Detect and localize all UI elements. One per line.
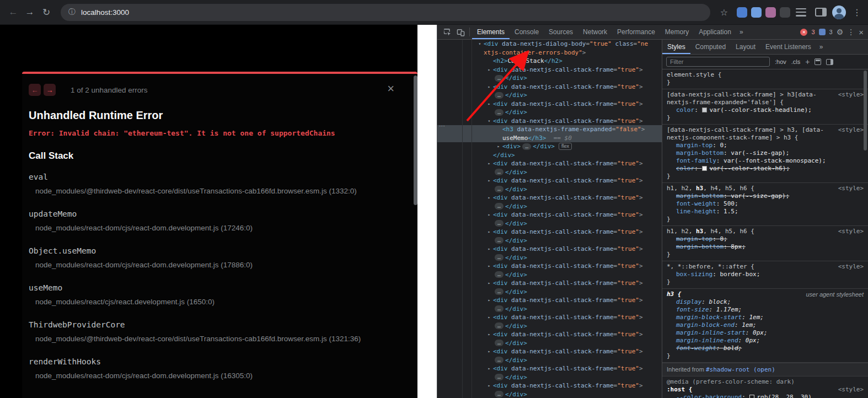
css-declaration[interactable]: margin-bottom: var(--size-gap); [667, 149, 864, 157]
devtools-tab-sources[interactable]: Sources [544, 25, 578, 39]
sidebar-tab-styles[interactable]: Styles [662, 40, 690, 54]
css-declaration[interactable]: box-sizing: border-box; [667, 271, 864, 278]
reload-icon[interactable]: ↻ [39, 4, 54, 20]
rule-origin-link[interactable]: <style> [838, 126, 864, 134]
css-declaration[interactable]: margin-block-start: 1em; [667, 314, 864, 321]
device-toolbar-icon[interactable] [454, 28, 467, 36]
css-declaration[interactable]: font-weight: 500; [667, 200, 864, 208]
rule-origin-link[interactable]: <style> [838, 386, 864, 394]
dialog-scrollbar[interactable] [414, 76, 417, 205]
node-options-icon[interactable]: ⋯ [439, 122, 445, 130]
rule-origin-link[interactable]: <style> [838, 228, 864, 235]
rule-origin-link[interactable]: <style> [838, 91, 864, 99]
color-scheme-icon[interactable] [815, 58, 821, 65]
css-declaration[interactable]: margin-inline-end: 0px; [667, 337, 864, 345]
css-declaration[interactable]: margin-top: 0; [667, 142, 864, 149]
rule-selector[interactable]: nextjs-frame-expanded='false'] { [667, 99, 864, 106]
issue-count[interactable]: 3 [829, 29, 833, 35]
new-style-rule-icon[interactable]: + [805, 57, 810, 66]
list-extension-icon[interactable] [796, 8, 806, 17]
css-declaration[interactable]: --color-background: rgb(28, 28, 30) [667, 394, 864, 398]
rule-close-brace: } [667, 278, 864, 286]
extension-icon[interactable] [780, 7, 790, 18]
css-declaration[interactable]: margin-block-end: 1em; [667, 321, 864, 329]
sidebar-more-tabs-icon[interactable]: » [816, 43, 827, 51]
settings-gear-icon[interactable]: ⚙ [837, 28, 844, 36]
inspect-element-icon[interactable] [441, 28, 454, 36]
more-tabs-icon[interactable]: » [736, 28, 747, 36]
sidebar-tab-event-listeners[interactable]: Event Listeners [760, 40, 816, 54]
css-rule: element.style {} [662, 69, 868, 89]
devtools-menu-icon[interactable]: ⋮ [847, 28, 855, 36]
devtools-tab-memory[interactable]: Memory [660, 25, 694, 39]
rule-origin-link[interactable]: <style> [838, 263, 864, 271]
css-declaration[interactable]: color: var(--color-stack-h6); [667, 165, 864, 173]
close-overlay-icon[interactable]: × [387, 83, 394, 95]
css-declaration[interactable]: font-size: 1.17em; [667, 306, 864, 314]
devtools-tab-application[interactable]: Application [694, 25, 736, 39]
url-text[interactable]: localhost:3000 [81, 8, 129, 17]
rule-selector[interactable]: <style>[data-nextjs-call-stack-frame] > … [667, 91, 864, 99]
browser-menu-icon[interactable]: ⋮ [851, 7, 862, 18]
rule-selector[interactable]: <style>:host { [667, 386, 864, 394]
css-declaration[interactable]: font-family: var(--font-stack-monospace)… [667, 157, 864, 165]
css-declaration[interactable]: margin-inline-start: 0px; [667, 329, 864, 337]
rule-origin-link[interactable]: <style> [838, 185, 864, 192]
extension-icon[interactable] [765, 7, 776, 18]
indent-guide [462, 40, 463, 398]
stack-frame: ThirdwebProviderCorenode_modules/@thirdw… [29, 320, 403, 343]
browser-toolbar: ← → ↻ ⓘ localhost:3000 ☆ ⋮ [0, 0, 868, 25]
css-declaration[interactable]: display: block; [667, 298, 864, 306]
css-declaration[interactable]: font-weight: bold; [667, 345, 864, 352]
sidebar-tab-layout[interactable]: Layout [731, 40, 760, 54]
color-swatch-icon[interactable] [749, 395, 754, 398]
rule-selector[interactable]: <style>*, *::before, *::after { [667, 263, 864, 271]
rule-selector[interactable]: element.style { [667, 71, 864, 79]
devtools-tab-elements[interactable]: Elements [472, 25, 510, 39]
computed-sidebar-icon[interactable] [826, 59, 833, 65]
issues-icon[interactable] [819, 29, 826, 35]
frame-source-path: node_modules/react-dom/cjs/react-dom.dev… [35, 372, 403, 380]
styles-filter-input[interactable] [666, 57, 770, 67]
next-error-button[interactable]: → [44, 84, 56, 96]
profile-avatar[interactable] [832, 6, 846, 19]
sidebar-tab-computed[interactable]: Computed [690, 40, 731, 54]
address-bar[interactable]: ⓘ localhost:3000 [61, 4, 710, 21]
extension-icon[interactable] [737, 7, 747, 18]
rule-selector[interactable]: <style>h1, h2, h3, h4, h5, h6 { [667, 228, 864, 235]
css-rule: user agent stylesheeth3 {display: block;… [662, 289, 868, 363]
previous-error-button[interactable]: ← [29, 84, 41, 96]
bookmark-star-icon[interactable]: ☆ [717, 7, 731, 18]
css-rule: <style>[data-nextjs-call-stack-frame] > … [662, 125, 868, 183]
color-swatch-icon[interactable] [702, 166, 707, 171]
rule-selector[interactable]: <style>[data-nextjs-call-stack-frame] > … [667, 126, 864, 134]
color-swatch-icon[interactable] [702, 107, 707, 112]
flex-badge[interactable]: flex [559, 143, 572, 150]
css-declaration[interactable]: margin-bottom: var(--size-gap); [667, 192, 864, 200]
error-badge-icon[interactable]: ✕ [800, 29, 807, 36]
toggle-element-state-button[interactable]: :hov [775, 58, 786, 65]
devtools-tab-performance[interactable]: Performance [612, 25, 660, 39]
element-classes-button[interactable]: .cls [791, 58, 801, 65]
side-panel-icon[interactable] [815, 8, 827, 17]
site-info-icon[interactable]: ⓘ [68, 7, 76, 17]
rule-selector[interactable]: user agent stylesheeth3 { [667, 291, 864, 298]
rule-selector[interactable]: <style>h1, h2, h3, h4, h5, h6 { [667, 185, 864, 192]
css-declaration[interactable]: line-height: 1.5; [667, 208, 864, 216]
frame-function-name: Object.useMemo [29, 246, 403, 255]
close-devtools-icon[interactable]: × [859, 28, 864, 37]
frame-source-path: node_modules/react-dom/cjs/react-dom.dev… [35, 224, 403, 232]
css-declaration[interactable]: color: var(--color-stack-headline); [667, 106, 864, 114]
devtools-tab-console[interactable]: Console [510, 25, 544, 39]
back-icon[interactable]: ← [6, 4, 21, 20]
sidebar-scrollbar[interactable] [864, 71, 867, 150]
extension-icon[interactable] [751, 7, 762, 18]
css-declaration[interactable]: margin-top: 0; [667, 235, 864, 243]
error-count[interactable]: 3 [811, 29, 815, 35]
forward-icon[interactable]: → [22, 4, 37, 20]
devtools-toolbar: ElementsConsoleSourcesNetworkPerformance… [437, 25, 868, 40]
devtools-tab-network[interactable]: Network [578, 25, 612, 39]
rule-selector[interactable]: nextjs-component-stack-frame] > h3 { [667, 134, 864, 142]
css-declaration[interactable]: margin-bottom: 8px; [667, 243, 864, 251]
shadow-root-link[interactable]: #shadow-root (open) [706, 366, 775, 373]
